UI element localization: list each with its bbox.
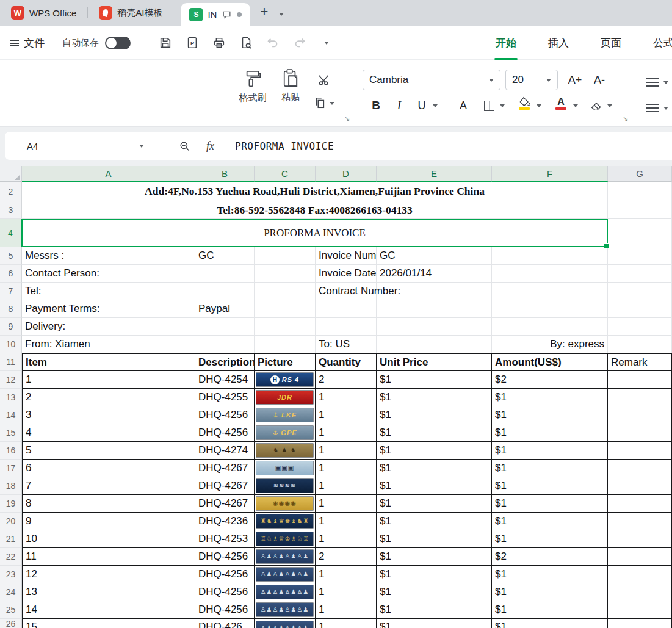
cell-item-number[interactable]: 7 [22,477,195,495]
cell-item-number[interactable]: 3 [22,406,195,424]
cell-item-number[interactable]: 4 [22,424,195,442]
product-picture[interactable]: ♞ ♟ ♞ [256,443,314,458]
cell-e8[interactable] [377,300,492,318]
fill-color-chevron-icon[interactable] [535,95,543,116]
header-amount[interactable]: Amount(US$) [492,353,608,371]
column-header-d[interactable]: D [316,166,377,182]
cell-unit-price[interactable]: $1 [377,460,492,477]
row-header[interactable]: 12 [0,371,22,389]
product-picture[interactable]: ⚓LKE [256,408,314,422]
cell-g3[interactable] [608,201,672,219]
column-header-a[interactable]: A [22,166,195,182]
header-item[interactable]: Item [22,353,195,371]
product-picture[interactable]: ◉◉◉◉ [256,496,314,511]
cell-contact-person-value[interactable] [195,265,255,283]
ribbon-tab-page[interactable]: 页面 [601,26,621,60]
row-header[interactable]: 14 [0,406,22,424]
cell-g10[interactable] [608,336,672,353]
product-picture[interactable]: ▣▣▣ [256,461,314,475]
ribbon-tab-home[interactable]: 开始 [496,26,516,60]
cell-item-number[interactable]: 2 [22,389,195,406]
cell-invoice-number-label[interactable]: Invoice Number: [316,247,377,265]
font-name-select[interactable]: Cambria [363,70,500,90]
cell-item-number[interactable]: 9 [22,513,195,530]
cell-quantity[interactable]: 2 [316,548,377,566]
cell-c7[interactable] [255,283,316,300]
cell-unit-price[interactable]: $1 [377,601,492,619]
cell-amount[interactable]: $1 [492,583,608,601]
tab-wps-office[interactable]: W WPS Office [0,0,87,26]
cell-remark[interactable] [608,424,672,442]
product-picture[interactable]: ♙♟♙♟♙♟♙♟ [256,585,314,599]
cell-picture[interactable]: HRS 4 [255,371,316,389]
column-header-c[interactable]: C [255,166,316,182]
cell-description[interactable]: DHQ-4254 [195,371,255,389]
bold-button[interactable]: B [366,95,386,116]
row-header-6[interactable]: 6 [0,265,22,283]
selected-cell-proforma-invoice-title[interactable]: PROFORMA INVOICE [22,219,608,247]
row-header[interactable]: 19 [0,495,22,513]
column-header-b[interactable]: B [195,166,255,182]
ribbon-tab-insert[interactable]: 插入 [548,26,569,60]
cell-picture[interactable]: ▣▣▣ [255,460,316,477]
cell-picture[interactable]: ♞ ♟ ♞ [255,442,316,460]
cell-remark[interactable] [608,495,672,513]
column-header-e[interactable]: E [377,166,492,182]
select-all-corner[interactable] [0,166,22,182]
cell-picture[interactable]: JDR [255,389,316,406]
cell-remark[interactable] [608,566,672,583]
cell-item-number[interactable]: 14 [22,601,195,619]
cell-picture[interactable]: ⚓GPE [255,424,316,442]
cell-quantity[interactable]: 1 [316,477,377,495]
cut-button[interactable] [317,73,331,87]
cell-c10[interactable] [255,336,316,353]
paste-button[interactable]: 粘贴 [276,68,305,103]
cell-picture[interactable]: ◉◉◉◉ [255,495,316,513]
cell-picture[interactable]: ♙♟♙♟♙♟♙♟ [255,566,316,583]
cell-picture[interactable]: ♙♟♙♟♙♟♙♟ [255,548,316,566]
cell-quantity[interactable]: 1 [316,424,377,442]
cell-invoice-number-value[interactable]: GC [377,247,492,265]
row-header[interactable]: 22 [0,548,22,566]
cell-description[interactable]: DHQ-426 [195,619,255,628]
cell-invoice-date-value[interactable]: 2026/01/14 [377,265,492,283]
header-unit-price[interactable]: Unit Price [377,353,492,371]
zoom-search-icon[interactable] [179,140,190,152]
cell-quantity[interactable]: 1 [316,495,377,513]
header-description[interactable]: Description [195,353,255,371]
cell-unit-price[interactable]: $1 [377,513,492,530]
product-picture[interactable]: ♜♞♝♛♚♝♞♜ [256,514,314,529]
product-picture[interactable]: HRS 4 [256,372,314,387]
cell-tel-fax[interactable]: Tel:86-592-5562848 Fax:4008266163-04133 [22,201,608,219]
cell-description[interactable]: DHQ-4267 [195,495,255,513]
cell-remark[interactable] [608,548,672,566]
font-size-select[interactable]: 20 [505,70,558,90]
font-color-button[interactable]: A [553,93,569,114]
cell-e9[interactable] [377,318,492,336]
cell-amount[interactable]: $1 [492,460,608,477]
product-picture[interactable]: ⚓GPE [256,425,314,440]
undo-history-chevron-icon[interactable] [319,35,334,51]
increase-font-size-button[interactable]: A+ [564,70,586,90]
header-quantity[interactable]: Quantity [316,353,377,371]
header-remark[interactable]: Remark [608,353,672,371]
format-painter-button[interactable]: 格式刷 [236,70,270,104]
cell-item-number[interactable]: 5 [22,442,195,460]
row-header[interactable]: 17 [0,460,22,477]
cell-c6[interactable] [255,265,316,283]
row-header[interactable]: 20 [0,513,22,530]
cell-description[interactable]: DHQ-4274 [195,442,255,460]
cell-amount[interactable]: $1 [492,566,608,583]
export-pdf-button[interactable]: P [184,35,200,51]
fill-color-button[interactable] [516,93,532,114]
cell-contact-person-label[interactable]: Contact Person: [22,265,195,283]
product-picture[interactable]: ♙♟♙♟♙♟♙♟ [256,567,314,582]
cell-amount[interactable]: $1 [492,406,608,424]
cell-remark[interactable] [608,477,672,495]
cell-amount[interactable]: $1 [492,477,608,495]
cell-remark[interactable] [608,513,672,530]
cell-description[interactable]: DHQ-4256 [195,424,255,442]
cell-remark[interactable] [608,530,672,548]
row-header-4[interactable]: 4 [0,219,22,247]
cell-picture[interactable]: ♖♘♗♕♔♗♘♖ [255,530,316,548]
